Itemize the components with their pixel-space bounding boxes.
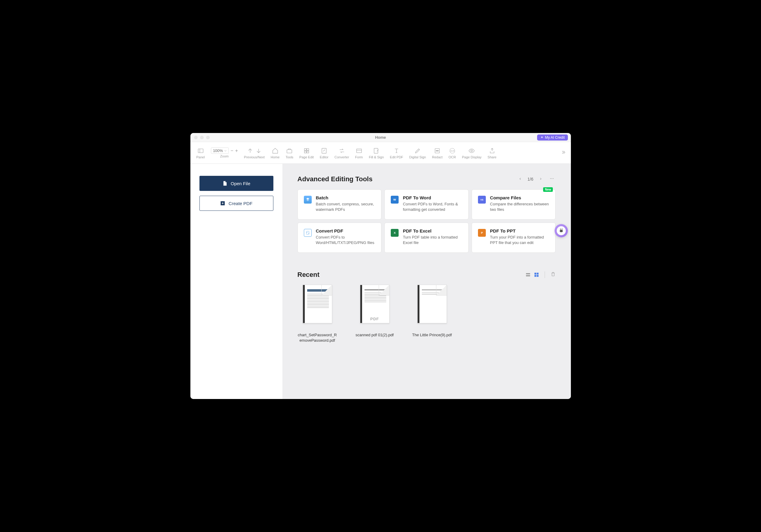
zoom-out-button[interactable]: −: [231, 148, 233, 153]
card-pdf-to-excel[interactable]: X PDF To ExcelTurn PDF table into a form…: [384, 223, 469, 253]
file-name: chart_SetPassword_RemovePassword.pdf: [298, 332, 337, 343]
create-pdf-label: Create PDF: [228, 201, 252, 206]
file-thumbnail: [417, 285, 447, 323]
card-convert-pdf[interactable]: Convert PDFConvert PDFs to Word/HTML/TXT…: [298, 223, 382, 253]
toolbar-converter[interactable]: Converter: [332, 147, 352, 159]
view-toggle: [525, 272, 539, 278]
recent-grid: chart_SetPassword_RemovePassword.pdf PDF…: [298, 285, 556, 343]
open-file-button[interactable]: Open File: [200, 176, 273, 191]
toolbar-page-edit[interactable]: Page Edit: [296, 147, 317, 159]
new-badge: New: [543, 187, 553, 192]
create-pdf-button[interactable]: Create PDF: [200, 196, 273, 211]
dots-icon: [549, 176, 555, 181]
zoom-select[interactable]: 100%: [211, 147, 229, 154]
pager-more[interactable]: [548, 175, 556, 184]
svg-point-34: [561, 231, 562, 231]
svg-rect-2: [287, 150, 292, 153]
traffic-lights: [194, 136, 210, 139]
svg-rect-5: [305, 151, 306, 153]
pager-count: 1/6: [527, 177, 533, 182]
svg-text:VS: VS: [480, 198, 483, 201]
toolbar-page-display[interactable]: Page Display: [459, 147, 485, 159]
batch-icon: [304, 196, 312, 204]
card-desc: Convert PDFs to Word/HTML/TXT/JPEG/PNG f…: [316, 235, 376, 245]
eye-icon: [468, 147, 475, 155]
recent-controls: [525, 271, 556, 278]
svg-point-19: [553, 178, 554, 179]
credit-label: My AI Credit: [545, 135, 564, 140]
ai-assistant-button[interactable]: [555, 224, 568, 238]
recent-item[interactable]: The Little Prince(9).pdf: [412, 285, 452, 343]
card-pdf-to-ppt[interactable]: P PDF To PPTTurn your PDF into a formatt…: [472, 223, 556, 253]
home-icon: [272, 147, 278, 155]
card-compare-files[interactable]: New VS Compare FilesCompare the differen…: [472, 189, 556, 220]
svg-point-33: [560, 231, 561, 231]
plus-icon: [220, 200, 225, 206]
svg-point-36: [561, 229, 562, 230]
toolbar-overflow[interactable]: [561, 150, 566, 156]
svg-text:OCR: OCR: [450, 150, 455, 152]
excel-icon: X: [391, 229, 399, 237]
pdf-watermark: PDF: [370, 317, 379, 321]
trash-icon: [551, 271, 556, 277]
sparkle-icon: [540, 136, 544, 139]
zoom-in-button[interactable]: +: [235, 148, 238, 153]
toolbox-icon: [286, 147, 293, 155]
divider: [545, 271, 545, 278]
svg-point-35: [560, 229, 561, 230]
compare-icon: VS: [478, 196, 486, 204]
sidebar: Open File Create PDF: [190, 164, 282, 399]
close-button[interactable]: [194, 136, 198, 139]
main-content: Advanced Editing Tools 1/6 BatchBatch co…: [282, 164, 571, 399]
card-batch[interactable]: BatchBatch convert, compress, secure, wa…: [298, 189, 382, 220]
list-view-icon: [525, 272, 531, 278]
toolbar-panel[interactable]: Panel: [194, 147, 208, 159]
toolbar-redact[interactable]: Redact: [429, 147, 446, 159]
word-icon: W: [391, 196, 399, 204]
maximize-button[interactable]: [206, 136, 210, 139]
ocr-icon: OCR: [449, 147, 456, 155]
toolbar-editor[interactable]: Editor: [317, 147, 332, 159]
card-pdf-to-word[interactable]: W PDF To WordConvert PDFs to Word, Fonts…: [384, 189, 469, 220]
svg-rect-30: [537, 275, 538, 277]
svg-rect-29: [534, 275, 536, 277]
convert-icon: [338, 147, 345, 155]
recent-header: Recent: [298, 271, 556, 279]
pager-prev[interactable]: [517, 176, 523, 183]
svg-rect-26: [526, 275, 530, 277]
arrow-down-icon: [255, 147, 262, 155]
ppt-icon: P: [478, 229, 486, 237]
svg-rect-12: [436, 150, 439, 151]
toolbar-previous-next[interactable]: Previous/Next: [241, 147, 268, 159]
delete-button[interactable]: [551, 271, 556, 278]
body: Open File Create PDF Advanced Editing To…: [190, 164, 571, 399]
my-ai-credit-button[interactable]: My AI Credit: [537, 134, 567, 140]
grid-view-button[interactable]: [534, 272, 539, 278]
svg-rect-28: [537, 273, 538, 274]
toolbar-form[interactable]: Form: [352, 147, 366, 159]
toolbar-tools[interactable]: Tools: [282, 147, 296, 159]
toolbar-digital-sign[interactable]: Digital Sign: [406, 147, 429, 159]
card-title: PDF To Word: [403, 195, 463, 200]
svg-rect-32: [560, 230, 562, 232]
recent-item[interactable]: PDF scanned pdf 01(2).pdf: [355, 285, 395, 343]
card-title: Batch: [316, 195, 376, 200]
list-view-button[interactable]: [525, 272, 531, 278]
toolbar-share[interactable]: Share: [485, 147, 499, 159]
card-desc: Turn PDF table into a formatted Excel fi…: [403, 235, 463, 245]
convert-pdf-icon: [304, 229, 312, 237]
card-title: Convert PDF: [316, 228, 376, 234]
recent-item[interactable]: chart_SetPassword_RemovePassword.pdf: [298, 285, 337, 343]
pager-next[interactable]: [538, 176, 544, 183]
svg-rect-8: [356, 149, 362, 153]
minimize-button[interactable]: [200, 136, 204, 139]
share-icon: [489, 147, 496, 155]
file-name: The Little Prince(9).pdf: [412, 332, 452, 338]
toolbar-ocr[interactable]: OCR OCR: [446, 147, 459, 159]
toolbar-home[interactable]: Home: [268, 147, 282, 159]
file-name: scanned pdf 01(2).pdf: [355, 332, 393, 338]
toolbar-edit-pdf[interactable]: Edit PDF: [387, 147, 406, 159]
tools-heading: Advanced Editing Tools: [298, 175, 373, 183]
toolbar-fill-sign[interactable]: Fill & Sign: [366, 147, 387, 159]
toolbar: Panel 100% − + Zoom Previous/Next Home T…: [190, 142, 571, 164]
